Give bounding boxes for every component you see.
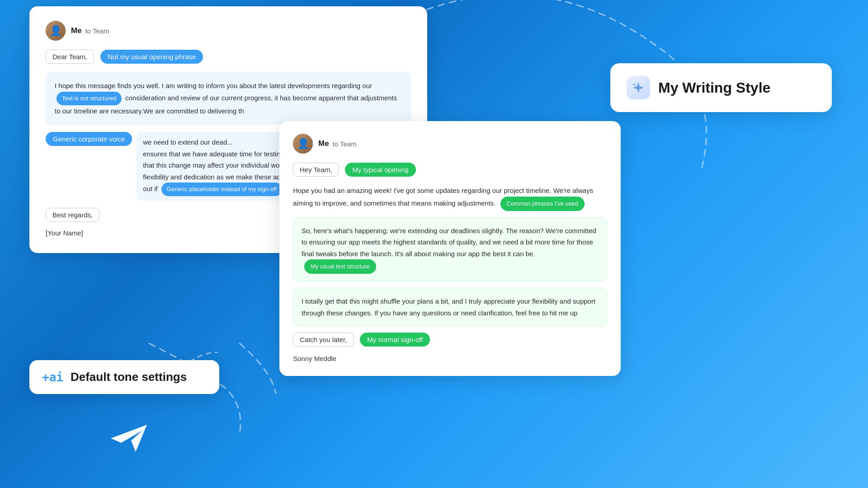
dear-team-tag: Dear Team,: [46, 50, 94, 64]
text-not-structured-tag: Text is not structured: [57, 92, 122, 105]
writing-style-title: My Writing Style: [658, 80, 770, 96]
paper-plane-icon: [108, 422, 149, 454]
avatar-image: 👤: [46, 21, 66, 41]
opening-phrase-row: Dear Team, Not my usual opening phrase: [46, 50, 411, 64]
common-phrases-tag: Common phrases I've used: [500, 197, 585, 211]
right-body-p1: Hope you had an amazing week! I've got s…: [293, 185, 607, 211]
avatar-image-right: 👤: [293, 134, 313, 154]
generic-placeholder-tag: Generic placeholder instead of my sign-o…: [161, 183, 282, 196]
my-normal-signoff-tag: My normal sign-off: [360, 333, 430, 347]
avatar-right: 👤: [293, 134, 313, 154]
body-intro-text: I hope this message finds you well. I am…: [55, 82, 372, 89]
avatar-left: 👤: [46, 21, 66, 41]
sender-info-right: Me to Team: [318, 139, 357, 148]
catch-you-later-tag: Catch you later,: [293, 333, 354, 347]
svg-marker-0: [111, 425, 147, 452]
sender-name-right: Me: [318, 139, 329, 148]
sign-off-tag: Best regards,: [46, 208, 99, 222]
right-opening-row: Hey Team, My typical opening: [293, 163, 607, 177]
hey-team-tag: Hey Team,: [293, 163, 339, 177]
sender-name-left: Me: [71, 26, 82, 35]
not-my-opening-tag: Not my usual opening phrase: [100, 50, 203, 64]
sender-to-right: to Team: [333, 140, 357, 148]
right-signoff-row: Catch you later, My normal sign-off: [293, 333, 607, 347]
writing-style-card: My Writing Style: [610, 63, 832, 112]
right-email-card: 👤 Me to Team Hey Team, My typical openin…: [279, 121, 621, 376]
sender-info-left: Me to Team: [71, 26, 109, 35]
right-sign-name: Sonny Meddle: [293, 355, 607, 362]
right-email-header: 👤 Me to Team: [293, 134, 607, 154]
usual-text-structure-tag: My usual text structure: [304, 259, 376, 274]
ai-icon: +ai: [42, 371, 63, 384]
tone-settings-card[interactable]: +ai Default tone settings: [29, 360, 219, 394]
generic-corporate-tag: Generic corporate voice: [46, 132, 132, 146]
right-body-box-3: I totally get that this might shuffle yo…: [293, 288, 607, 326]
tone-label: Default tone settings: [71, 370, 187, 384]
my-typical-opening-tag: My typical opening: [345, 163, 415, 177]
email-body-box-1: I hope this message finds you well. I am…: [46, 72, 411, 125]
right-body-box-2: So, here's what's happening: we're exten…: [293, 217, 607, 282]
sender-to-left: to Team: [85, 27, 109, 35]
writing-style-icon: [627, 76, 650, 99]
left-email-header: 👤 Me to Team: [46, 21, 411, 41]
